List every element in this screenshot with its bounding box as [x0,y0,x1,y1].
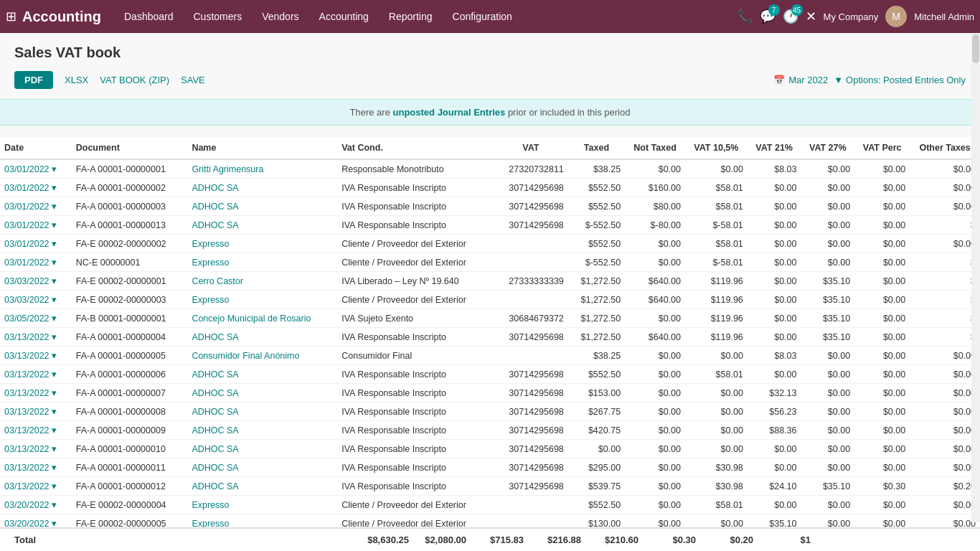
document-cell[interactable]: FA-A 00001-00000006 [72,365,188,384]
nav-customers[interactable]: Customers [185,6,251,27]
nav-accounting[interactable]: Accounting [311,6,377,27]
nav-configuration[interactable]: Configuration [444,6,521,27]
date-cell[interactable]: 03/13/2022 ▾ [0,347,72,365]
scrollbar-track[interactable] [971,33,980,522]
date-cell[interactable]: 03/13/2022 ▾ [0,421,72,440]
date-cell[interactable]: 03/20/2022 ▾ [0,496,72,514]
date-cell[interactable]: 03/01/2022 ▾ [0,159,72,179]
company-name[interactable]: My Company [824,11,879,22]
name-cell[interactable]: ADHOC SA [187,421,337,440]
nav-dashboard[interactable]: Dashboard [116,6,182,27]
date-cell[interactable]: 03/01/2022 ▾ [0,253,72,272]
nav-reporting[interactable]: Reporting [380,6,441,27]
name-cell[interactable]: ADHOC SA [187,458,337,477]
data-cell: $0.00 [685,159,748,179]
data-cell: $35.10 [801,291,854,309]
document-cell[interactable]: FA-B 00001-00000001 [72,309,188,328]
name-cell[interactable]: ADHOC SA [187,179,337,197]
chat-icon[interactable]: 💬 7 [760,9,776,24]
name-cell[interactable]: Expresso [187,253,337,272]
document-cell[interactable]: FA-A 00001-00000002 [72,179,188,197]
clock-icon[interactable]: 🕐 45 [783,9,798,24]
document-cell[interactable]: FA-A 00001-00000003 [72,197,188,216]
data-cell: $0.00 [854,291,910,309]
data-cell: $0.00 [854,496,910,514]
name-cell[interactable]: ADHOC SA [187,365,337,384]
document-cell[interactable]: FA-A 00001-00000011 [72,458,188,477]
document-cell[interactable]: FA-A 00001-00000008 [72,402,188,421]
date-cell[interactable]: 03/13/2022 ▾ [0,328,72,347]
name-cell[interactable]: ADHOC SA [187,402,337,421]
avatar[interactable]: M [885,6,907,27]
user-name[interactable]: Mitchell Admin [914,11,974,22]
name-cell[interactable]: Cerro Castor [187,272,337,291]
document-cell[interactable]: FA-A 00001-00000004 [72,328,188,347]
data-cell: $0.00 [748,272,801,291]
date-cell[interactable]: 03/01/2022 ▾ [0,179,72,197]
document-cell[interactable]: FA-A 00001-00000005 [72,347,188,365]
data-cell: $0.00 [801,496,854,514]
document-cell[interactable]: FA-A 00001-00000009 [72,421,188,440]
date-cell[interactable]: 03/13/2022 ▾ [0,384,72,402]
data-cell: IVA Responsable Inscripto [337,328,494,347]
pdf-button[interactable]: PDF [14,71,53,89]
name-cell[interactable]: ADHOC SA [187,477,337,496]
date-cell[interactable]: 03/05/2022 ▾ [0,309,72,328]
name-cell[interactable]: Gritti Agrimensura [187,159,337,179]
data-cell: $0.00 [910,496,980,514]
date-cell[interactable]: 03/13/2022 ▾ [0,458,72,477]
name-cell[interactable]: ADHOC SA [187,440,337,458]
document-cell[interactable]: FA-A 00001-00000013 [72,216,188,235]
date-cell[interactable]: 03/03/2022 ▾ [0,272,72,291]
scrollbar-thumb[interactable] [972,34,979,63]
name-cell[interactable]: ADHOC SA [187,384,337,402]
name-cell[interactable]: Consumidor Final Anónimo [187,347,337,365]
save-button[interactable]: SAVE [181,75,205,85]
name-cell[interactable]: Concejo Municipal de Rosario [187,309,337,328]
date-cell[interactable]: 03/01/2022 ▾ [0,216,72,235]
document-cell[interactable]: FA-A 00001-00000007 [72,384,188,402]
document-cell[interactable]: FA-E 00002-00000001 [72,272,188,291]
document-cell[interactable]: FA-E 00002-00000002 [72,235,188,253]
phone-icon[interactable]: 📞 [737,9,753,24]
data-cell: IVA Responsable Inscripto [337,421,494,440]
data-cell: $0.00 [625,347,685,365]
document-cell[interactable]: FA-A 00001-00000010 [72,440,188,458]
data-cell: $0.00 [625,384,685,402]
date-cell[interactable]: 03/13/2022 ▾ [0,440,72,458]
vat-book-button[interactable]: VAT BOOK (ZIP) [100,75,169,85]
options-button[interactable]: ▼ Options: Posted Entries Only [834,75,966,85]
xlsx-button[interactable]: XLSX [65,75,88,85]
data-cell: $0.00 [854,309,910,328]
date-cell[interactable]: 03/13/2022 ▾ [0,477,72,496]
name-cell[interactable]: ADHOC SA [187,216,337,235]
data-cell: IVA Responsable Inscripto [337,384,494,402]
period-label: Mar 2022 [788,75,828,85]
name-cell[interactable]: Expresso [187,496,337,514]
grid-icon[interactable]: ⊞ [6,9,17,24]
nav-vendors[interactable]: Vendors [253,6,307,27]
document-cell[interactable]: FA-E 00002-00000004 [72,496,188,514]
col-vat-21: VAT 21% [748,137,801,159]
period-button[interactable]: 📅 Mar 2022 [773,75,828,85]
date-cell[interactable]: 03/01/2022 ▾ [0,235,72,253]
data-cell: $-58.01 [685,216,748,235]
data-cell: $30.98 [685,477,748,496]
name-cell[interactable]: ADHOC SA [187,328,337,347]
date-cell[interactable]: 03/01/2022 ▾ [0,197,72,216]
data-cell: $0.00 [801,216,854,235]
document-cell[interactable]: FA-A 00001-00000001 [72,159,188,179]
date-cell[interactable]: 03/13/2022 ▾ [0,365,72,384]
document-cell[interactable]: FA-E 00002-00000003 [72,291,188,309]
document-cell[interactable]: NC-E 00000001 [72,253,188,272]
name-cell[interactable]: Expresso [187,235,337,253]
close-icon[interactable]: ✕ [806,9,816,24]
date-cell[interactable]: 03/03/2022 ▾ [0,291,72,309]
name-cell[interactable]: ADHOC SA [187,197,337,216]
data-cell: $0.00 [910,347,980,365]
col-vat: VAT [494,137,568,159]
col-vat-27: VAT 27% [801,137,854,159]
date-cell[interactable]: 03/13/2022 ▾ [0,402,72,421]
name-cell[interactable]: Expresso [187,291,337,309]
document-cell[interactable]: FA-A 00001-00000012 [72,477,188,496]
